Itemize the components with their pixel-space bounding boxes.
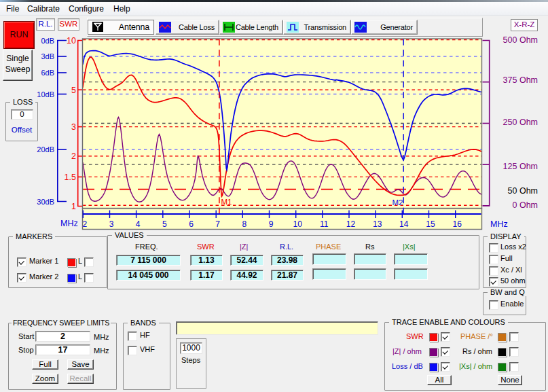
svg-text:20dB: 20dB bbox=[37, 145, 54, 154]
svg-text:2: 2 bbox=[82, 219, 87, 229]
svg-text:0dB: 0dB bbox=[41, 37, 54, 45]
svg-text:6dB: 6dB bbox=[41, 69, 54, 77]
svg-text:6: 6 bbox=[189, 219, 194, 229]
svg-text:5: 5 bbox=[71, 86, 76, 95]
svg-text:MHz: MHz bbox=[490, 219, 508, 229]
svg-text:10dB: 10dB bbox=[37, 90, 54, 99]
svg-text:12: 12 bbox=[346, 219, 356, 229]
svg-text:125 Ohm: 125 Ohm bbox=[503, 162, 538, 171]
svg-text:16: 16 bbox=[453, 219, 462, 229]
svg-text:4: 4 bbox=[136, 219, 141, 229]
svg-text:50 Ohm: 50 Ohm bbox=[508, 186, 538, 196]
svg-text:5: 5 bbox=[162, 219, 167, 229]
svg-text:8: 8 bbox=[242, 219, 246, 229]
svg-text:1.5: 1.5 bbox=[65, 173, 76, 182]
svg-text:9: 9 bbox=[269, 219, 274, 229]
svg-text:2: 2 bbox=[71, 152, 76, 161]
svg-text:0 Ohm: 0 Ohm bbox=[512, 200, 538, 210]
svg-text:10: 10 bbox=[293, 219, 303, 229]
svg-text:M2: M2 bbox=[392, 198, 403, 207]
svg-text:375 Ohm: 375 Ohm bbox=[503, 75, 538, 85]
svg-text:M1: M1 bbox=[221, 198, 232, 206]
svg-text:3: 3 bbox=[109, 219, 114, 229]
svg-text:500 Ohm: 500 Ohm bbox=[503, 35, 538, 45]
svg-text:13: 13 bbox=[373, 219, 382, 229]
svg-text:11: 11 bbox=[320, 219, 329, 229]
svg-text:7: 7 bbox=[215, 219, 220, 229]
svg-text:15: 15 bbox=[426, 219, 435, 229]
svg-text:10: 10 bbox=[67, 36, 76, 46]
svg-text:30dB: 30dB bbox=[37, 198, 54, 206]
svg-text:3: 3 bbox=[71, 122, 76, 132]
svg-text:1: 1 bbox=[71, 202, 76, 211]
svg-text:14: 14 bbox=[399, 219, 409, 229]
svg-text:3dB: 3dB bbox=[41, 52, 54, 60]
svg-text:250 Ohm: 250 Ohm bbox=[503, 118, 538, 127]
svg-text:MHz: MHz bbox=[60, 219, 78, 228]
